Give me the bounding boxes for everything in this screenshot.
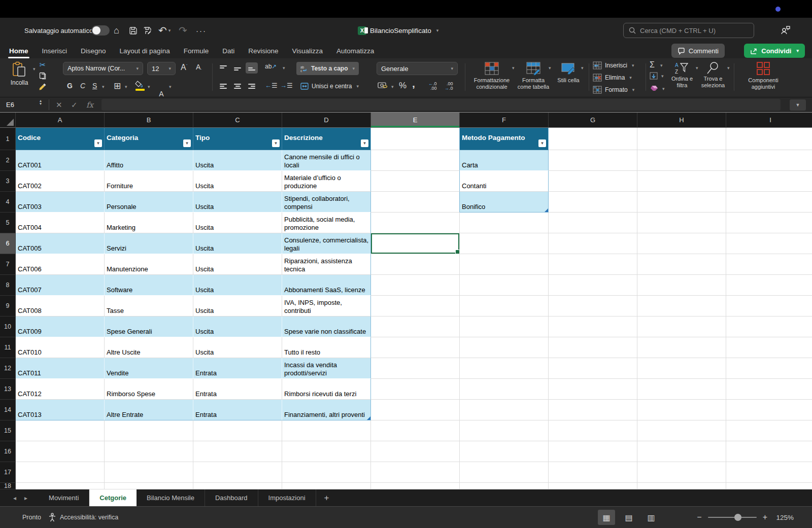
cell-G1[interactable] <box>549 128 637 150</box>
cell-A6[interactable]: CAT005 <box>16 233 105 254</box>
row-header-12[interactable]: 12 <box>0 358 16 379</box>
cell-E3[interactable] <box>371 171 460 192</box>
cell-H1[interactable] <box>637 128 726 150</box>
percent-icon[interactable]: % <box>399 81 407 91</box>
cell-I9[interactable] <box>726 296 812 316</box>
row-header-4[interactable]: 4 <box>0 192 16 213</box>
cell-F18[interactable] <box>460 483 549 489</box>
cell-I6[interactable] <box>726 233 812 254</box>
next-sheet-icon[interactable]: ▸ <box>24 495 27 502</box>
format-cells-button[interactable]: Formato ▾ <box>593 86 634 94</box>
autosave-toggle[interactable] <box>91 25 110 36</box>
col-header-H[interactable]: H <box>637 113 726 128</box>
cell-D7[interactable]: Riparazioni, assistenza tecnica <box>282 254 371 275</box>
cell-C17[interactable] <box>193 462 282 483</box>
cell-I4[interactable] <box>726 192 812 213</box>
ribbon-tab-automatizza[interactable]: Automatizza <box>336 47 374 55</box>
cell-I16[interactable] <box>726 441 812 462</box>
cell-G16[interactable] <box>549 441 637 462</box>
cell-B7[interactable]: Manutenzione <box>105 254 193 275</box>
cell-A17[interactable] <box>16 462 105 483</box>
cell-A16[interactable] <box>16 441 105 462</box>
cell-E5[interactable] <box>371 213 460 233</box>
cell-A2[interactable]: CAT001 <box>16 150 105 171</box>
cell-A10[interactable]: CAT009 <box>16 316 105 337</box>
cell-F15[interactable] <box>460 420 549 441</box>
cell-E6[interactable] <box>371 233 460 254</box>
cell-E15[interactable] <box>371 420 460 441</box>
col-header-A[interactable]: A <box>16 113 105 128</box>
cell-F8[interactable] <box>460 275 549 296</box>
cell-B15[interactable] <box>105 420 193 441</box>
cell-D10[interactable]: Spese varie non classificate <box>282 316 371 337</box>
zoom-slider[interactable] <box>708 517 757 518</box>
cell-F13[interactable] <box>460 379 549 400</box>
cell-C6[interactable]: Uscita <box>193 233 282 254</box>
ribbon-tab-revisione[interactable]: Revisione <box>248 47 278 55</box>
row-header-11[interactable]: 11 <box>0 337 16 358</box>
ribbon-tab-layout-di-pagina[interactable]: Layout di pagina <box>120 47 170 55</box>
cell-A15[interactable] <box>16 420 105 441</box>
align-top-icon[interactable] <box>217 62 229 74</box>
cell-F11[interactable] <box>460 337 549 358</box>
cell-A9[interactable]: CAT008 <box>16 296 105 316</box>
cell-I12[interactable] <box>726 358 812 379</box>
cell-C3[interactable]: Uscita <box>193 171 282 192</box>
fill-color-button[interactable] <box>135 81 145 91</box>
decrease-font-icon[interactable]: Aˇ <box>196 63 202 73</box>
cell-E13[interactable] <box>371 379 460 400</box>
col-header-G[interactable]: G <box>549 113 637 128</box>
cell-E1[interactable] <box>371 128 460 150</box>
cell-A13[interactable]: CAT012 <box>16 379 105 400</box>
cell-C13[interactable]: Entrata <box>193 379 282 400</box>
cell-I15[interactable] <box>726 420 812 441</box>
sheet-tab-cetgorie[interactable]: Cetgorie <box>89 489 137 506</box>
cell-G2[interactable] <box>549 150 637 171</box>
redo-icon[interactable]: ↷ <box>179 18 187 43</box>
cell-G14[interactable] <box>549 400 637 420</box>
cell-H15[interactable] <box>637 420 726 441</box>
cell-E14[interactable] <box>371 400 460 420</box>
cell-C15[interactable] <box>193 420 282 441</box>
row-header-18[interactable]: 18 <box>0 483 16 489</box>
cell-F10[interactable] <box>460 316 549 337</box>
undo-icon[interactable]: ↶▾ <box>158 18 171 43</box>
name-box-spinner[interactable]: ▴▾ <box>40 99 42 105</box>
cell-styles-button[interactable]: Stili cella <box>554 61 583 84</box>
clear-icon[interactable] <box>650 85 658 92</box>
sheet-tab-bilancio-mensile[interactable]: Bilancio Mensile <box>137 489 205 506</box>
cell-F3[interactable]: Contanti <box>460 171 549 192</box>
ribbon-tab-inserisci[interactable]: Inserisci <box>42 47 67 55</box>
cell-E18[interactable] <box>371 483 460 489</box>
conditional-formatting-button[interactable]: Formattazione condizionale <box>470 61 514 90</box>
cell-D15[interactable] <box>282 420 371 441</box>
cell-D17[interactable] <box>282 462 371 483</box>
person-chat-icon[interactable] <box>780 24 792 36</box>
cell-F7[interactable] <box>460 254 549 275</box>
italic-button[interactable]: C <box>80 82 85 90</box>
cell-G7[interactable] <box>549 254 637 275</box>
ribbon-tab-dati[interactable]: Dati <box>222 47 234 55</box>
cell-E7[interactable] <box>371 254 460 275</box>
cell-H4[interactable] <box>637 192 726 213</box>
zoom-slider-knob[interactable] <box>734 514 741 521</box>
cell-F1[interactable]: Metodo Pagamento▼ <box>460 128 549 150</box>
page-break-view-button[interactable]: ▥ <box>642 510 660 525</box>
cell-E16[interactable] <box>371 441 460 462</box>
row-header-5[interactable]: 5 <box>0 213 16 233</box>
cell-D9[interactable]: IVA, INPS, imposte, contributi <box>282 296 371 316</box>
table-resize-handle[interactable] <box>545 208 548 212</box>
cell-G11[interactable] <box>549 337 637 358</box>
cell-C10[interactable]: Uscita <box>193 316 282 337</box>
cell-H12[interactable] <box>637 358 726 379</box>
cell-C16[interactable] <box>193 441 282 462</box>
row-header-1[interactable]: 1 <box>0 128 16 150</box>
cell-D6[interactable]: Consulenze, commercialista, legali <box>282 233 371 254</box>
cell-D11[interactable]: Tutto il resto <box>282 337 371 358</box>
row-header-15[interactable]: 15 <box>0 420 16 441</box>
col-header-C[interactable]: C <box>193 113 282 128</box>
cell-E2[interactable] <box>371 150 460 171</box>
increase-indent-icon[interactable]: →☰ <box>280 82 293 89</box>
cell-B16[interactable] <box>105 441 193 462</box>
cell-G17[interactable] <box>549 462 637 483</box>
